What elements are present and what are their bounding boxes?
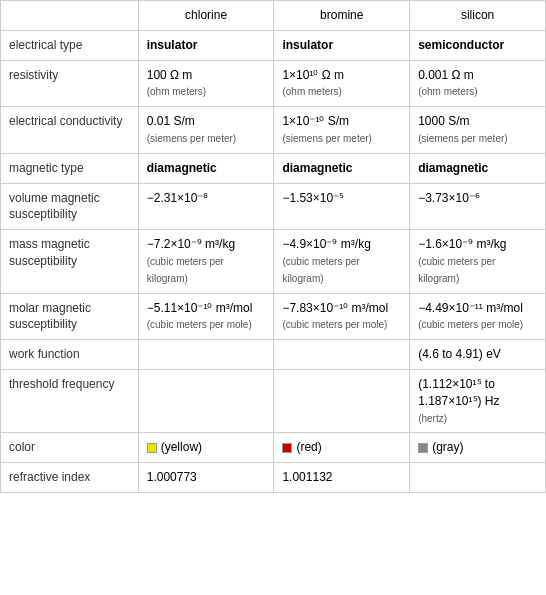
cell-bromine-molar-magnetic-susceptibility: −7.83×10⁻¹⁰ m³/mol(cubic meters per mole…: [274, 293, 410, 340]
row-label-mass-magnetic-susceptibility: mass magnetic susceptibility: [1, 230, 139, 293]
silicon-main-value: (4.6 to 4.91) eV: [418, 347, 501, 361]
cell-chlorine-resistivity: 100 Ω m(ohm meters): [138, 60, 274, 107]
table-row: refractive index1.0007731.001132: [1, 463, 546, 493]
table-row: volume magnetic susceptibility−2.31×10⁻⁸…: [1, 183, 546, 230]
cell-bromine-volume-magnetic-susceptibility: −1.53×10⁻⁵: [274, 183, 410, 230]
cell-silicon-resistivity: 0.001 Ω m(ohm meters): [410, 60, 546, 107]
header-bromine: bromine: [274, 1, 410, 31]
header-silicon: silicon: [410, 1, 546, 31]
row-label-volume-magnetic-susceptibility: volume magnetic susceptibility: [1, 183, 139, 230]
cell-silicon-volume-magnetic-susceptibility: −3.73×10⁻⁶: [410, 183, 546, 230]
bromine-main-value: −1.53×10⁻⁵: [282, 191, 344, 205]
row-label-threshold-frequency: threshold frequency: [1, 369, 139, 432]
chlorine-main-value: diamagnetic: [147, 161, 217, 175]
table-row: color(yellow)(red)(gray): [1, 433, 546, 463]
cell-silicon-electrical-conductivity: 1000 S/m(siemens per meter): [410, 107, 546, 154]
table-row: magnetic typediamagneticdiamagneticdiama…: [1, 153, 546, 183]
cell-silicon-molar-magnetic-susceptibility: −4.49×10⁻¹¹ m³/mol(cubic meters per mole…: [410, 293, 546, 340]
silicon-main-value: 1000 S/m: [418, 114, 469, 128]
bromine-sub-value: (cubic meters per kilogram): [282, 256, 359, 284]
cell-silicon-mass-magnetic-susceptibility: −1.6×10⁻⁹ m³/kg(cubic meters per kilogra…: [410, 230, 546, 293]
silicon-main-value: 0.001 Ω m: [418, 68, 474, 82]
bromine-main-value: 1.001132: [282, 470, 332, 484]
properties-table: chlorine bromine silicon electrical type…: [0, 0, 546, 493]
row-label-molar-magnetic-susceptibility: molar magnetic susceptibility: [1, 293, 139, 340]
bromine-main-value: diamagnetic: [282, 161, 352, 175]
table-row: resistivity100 Ω m(ohm meters)1×10¹⁰ Ω m…: [1, 60, 546, 107]
chlorine-main-value: 0.01 S/m: [147, 114, 195, 128]
chlorine-main-value: insulator: [147, 38, 198, 52]
cell-chlorine-volume-magnetic-susceptibility: −2.31×10⁻⁸: [138, 183, 274, 230]
silicon-sub-value: (siemens per meter): [418, 133, 507, 144]
bromine-sub-value: (siemens per meter): [282, 133, 371, 144]
silicon-main-value: diamagnetic: [418, 161, 488, 175]
chlorine-sub-value: (cubic meters per mole): [147, 319, 252, 330]
cell-bromine-electrical-type: insulator: [274, 30, 410, 60]
bromine-sub-value: (ohm meters): [282, 86, 341, 97]
row-label-resistivity: resistivity: [1, 60, 139, 107]
row-label-color: color: [1, 433, 139, 463]
bromine-main-value: 1×10¹⁰ Ω m: [282, 68, 344, 82]
cell-bromine-work-function: [274, 340, 410, 370]
cell-silicon-refractive-index: [410, 463, 546, 493]
chlorine-main-value: −5.11×10⁻¹⁰ m³/mol: [147, 301, 253, 315]
row-label-magnetic-type: magnetic type: [1, 153, 139, 183]
chlorine-sub-value: (siemens per meter): [147, 133, 236, 144]
cell-chlorine-mass-magnetic-susceptibility: −7.2×10⁻⁹ m³/kg(cubic meters per kilogra…: [138, 230, 274, 293]
cell-chlorine-threshold-frequency: [138, 369, 274, 432]
silicon-main-value: −4.49×10⁻¹¹ m³/mol: [418, 301, 523, 315]
row-label-electrical-type: electrical type: [1, 30, 139, 60]
silicon-main-value: semiconductor: [418, 38, 504, 52]
silicon-main-value: −3.73×10⁻⁶: [418, 191, 480, 205]
silicon-sub-value: (hertz): [418, 413, 447, 424]
bromine-main-value: insulator: [282, 38, 333, 52]
chlorine-main-value: 1.000773: [147, 470, 197, 484]
chlorine-main-value: 100 Ω m: [147, 68, 193, 82]
row-label-electrical-conductivity: electrical conductivity: [1, 107, 139, 154]
cell-chlorine-magnetic-type: diamagnetic: [138, 153, 274, 183]
cell-chlorine-work-function: [138, 340, 274, 370]
silicon-main-value: −1.6×10⁻⁹ m³/kg: [418, 237, 506, 251]
table-row: threshold frequency(1.112×10¹⁵ to 1.187×…: [1, 369, 546, 432]
chlorine-main-value: −7.2×10⁻⁹ m³/kg: [147, 237, 235, 251]
bromine-main-value: 1×10⁻¹⁰ S/m: [282, 114, 349, 128]
table-row: mass magnetic susceptibility−7.2×10⁻⁹ m³…: [1, 230, 546, 293]
cell-chlorine-refractive-index: 1.000773: [138, 463, 274, 493]
cell-bromine-magnetic-type: diamagnetic: [274, 153, 410, 183]
silicon-main-value: (1.112×10¹⁵ to 1.187×10¹⁵) Hz: [418, 377, 499, 408]
cell-silicon-threshold-frequency: (1.112×10¹⁵ to 1.187×10¹⁵) Hz(hertz): [410, 369, 546, 432]
silicon-sub-value: (cubic meters per kilogram): [418, 256, 495, 284]
cell-bromine-refractive-index: 1.001132: [274, 463, 410, 493]
cell-silicon-work-function: (4.6 to 4.91) eV: [410, 340, 546, 370]
cell-silicon-electrical-type: semiconductor: [410, 30, 546, 60]
header-label-col: [1, 1, 139, 31]
cell-bromine-resistivity: 1×10¹⁰ Ω m(ohm meters): [274, 60, 410, 107]
bromine-main-value: −7.83×10⁻¹⁰ m³/mol: [282, 301, 388, 315]
bromine-sub-value: (cubic meters per mole): [282, 319, 387, 330]
header-chlorine: chlorine: [138, 1, 274, 31]
row-label-refractive-index: refractive index: [1, 463, 139, 493]
table-row: molar magnetic susceptibility−5.11×10⁻¹⁰…: [1, 293, 546, 340]
chlorine-main-value: −2.31×10⁻⁸: [147, 191, 209, 205]
chlorine-sub-value: (ohm meters): [147, 86, 206, 97]
silicon-sub-value: (ohm meters): [418, 86, 477, 97]
table-row: electrical conductivity0.01 S/m(siemens …: [1, 107, 546, 154]
cell-silicon-color: (gray): [410, 433, 546, 463]
cell-chlorine-electrical-type: insulator: [138, 30, 274, 60]
cell-bromine-electrical-conductivity: 1×10⁻¹⁰ S/m(siemens per meter): [274, 107, 410, 154]
chlorine-sub-value: (cubic meters per kilogram): [147, 256, 224, 284]
row-label-work-function: work function: [1, 340, 139, 370]
bromine-main-value: −4.9×10⁻⁹ m³/kg: [282, 237, 370, 251]
cell-chlorine-electrical-conductivity: 0.01 S/m(siemens per meter): [138, 107, 274, 154]
chlorine-color-swatch: [147, 443, 157, 453]
table-row: work function(4.6 to 4.91) eV: [1, 340, 546, 370]
cell-chlorine-color: (yellow): [138, 433, 274, 463]
bromine-color-swatch: [282, 443, 292, 453]
silicon-color-swatch: [418, 443, 428, 453]
table-row: electrical typeinsulatorinsulatorsemicon…: [1, 30, 546, 60]
cell-bromine-color: (red): [274, 433, 410, 463]
cell-bromine-threshold-frequency: [274, 369, 410, 432]
cell-bromine-mass-magnetic-susceptibility: −4.9×10⁻⁹ m³/kg(cubic meters per kilogra…: [274, 230, 410, 293]
cell-chlorine-molar-magnetic-susceptibility: −5.11×10⁻¹⁰ m³/mol(cubic meters per mole…: [138, 293, 274, 340]
cell-silicon-magnetic-type: diamagnetic: [410, 153, 546, 183]
